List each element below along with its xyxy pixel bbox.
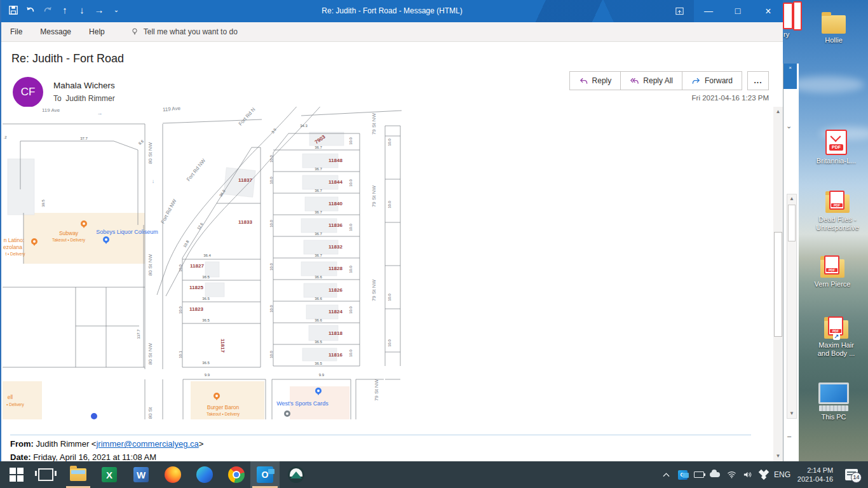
folder-icon bbox=[820, 259, 844, 278]
maximize-button[interactable]: □ bbox=[723, 0, 752, 22]
pdf-icon bbox=[829, 191, 844, 210]
scroll-down-icon[interactable]: ▼ bbox=[787, 409, 796, 418]
tray-outlook-icon[interactable]: O bbox=[675, 461, 690, 488]
email-link[interactable]: jrimmer@commercialyeg.ca bbox=[96, 439, 198, 449]
tray-volume-icon[interactable] bbox=[740, 461, 755, 488]
tray-action-center[interactable]: 14 bbox=[840, 461, 863, 488]
previous-item-icon[interactable]: ↑ bbox=[59, 4, 71, 16]
wifi-icon bbox=[727, 471, 736, 478]
taskbar-word[interactable]: W bbox=[127, 461, 155, 488]
desktop-icon-dead-files[interactable]: Dead Files - Unresponsive bbox=[813, 194, 862, 232]
reply-all-button[interactable]: Reply All bbox=[620, 71, 682, 90]
minimize-button[interactable]: — bbox=[694, 0, 723, 22]
title-bar[interactable]: ↑ ↓ → ⌄ Re: Judith - Fort Road - Message… bbox=[1, 0, 783, 22]
notification-icon: 14 bbox=[845, 469, 858, 480]
splitter-handle[interactable]: – bbox=[787, 432, 791, 440]
tab-file[interactable]: File bbox=[1, 22, 31, 41]
next-item-icon[interactable]: ↓ bbox=[76, 4, 88, 16]
map-image[interactable]: 119 Ave119 Ave→Fort Rd NFort Rd NWFort R… bbox=[3, 107, 402, 419]
folder-icon bbox=[825, 194, 850, 213]
reply-icon bbox=[579, 76, 588, 86]
map-label: 36.7 bbox=[315, 254, 322, 257]
tray-onedrive-icon[interactable] bbox=[707, 461, 722, 488]
more-actions-button[interactable]: ... bbox=[747, 71, 769, 90]
reply-all-icon bbox=[630, 76, 639, 86]
map-label: 37.7 bbox=[80, 137, 88, 140]
desktop-icon-britannia[interactable]: PDF Britannia-L... bbox=[812, 130, 860, 165]
taskbar-chrome[interactable] bbox=[222, 461, 250, 488]
scroll-up-icon[interactable]: ▲ bbox=[773, 107, 783, 117]
tray-dropbox-icon[interactable] bbox=[756, 461, 771, 488]
map-poi-pin bbox=[284, 410, 290, 417]
tray-clock[interactable]: 2:14 PM 2021-04-16 bbox=[793, 461, 837, 488]
avatar[interactable]: CF bbox=[13, 77, 43, 107]
map-label: Burger Baron bbox=[207, 405, 240, 410]
map-label: 39.5 bbox=[41, 200, 45, 207]
taskbar-edge[interactable] bbox=[191, 461, 219, 488]
ribbon-display-options-button[interactable] bbox=[665, 0, 694, 22]
tray-wifi-icon[interactable] bbox=[724, 461, 739, 488]
map-label: • Delivery bbox=[6, 403, 24, 407]
map-label: 36.7 bbox=[315, 146, 322, 149]
tray-battery-icon[interactable] bbox=[691, 461, 707, 488]
undo-icon[interactable] bbox=[25, 4, 36, 16]
customize-qat-icon[interactable]: ⌄ bbox=[111, 4, 122, 16]
tray-language[interactable]: ENG bbox=[771, 461, 793, 488]
map-label: Takeout • Delivery bbox=[52, 238, 85, 243]
forward-button[interactable]: Forward bbox=[682, 71, 742, 90]
scroll-thumb[interactable] bbox=[788, 205, 796, 241]
background-window-edge[interactable]: × ⌄ ▲ ▼ – bbox=[783, 64, 799, 461]
reply-button[interactable]: Reply bbox=[569, 71, 621, 90]
email-subject: Re: Judith - Fort Road bbox=[11, 52, 124, 65]
scroll-thumb[interactable] bbox=[774, 232, 782, 337]
map-label: 10.0 bbox=[349, 224, 353, 231]
taskbar-excel[interactable]: X bbox=[95, 461, 123, 488]
map-label: Sobeys Liquor Coliseum bbox=[96, 229, 158, 235]
forward-icon bbox=[691, 76, 701, 86]
map-label: 10.0 bbox=[269, 220, 273, 227]
map-label: 79 St NW bbox=[372, 186, 377, 207]
map-label: 36.5 bbox=[202, 297, 210, 301]
task-view-button[interactable] bbox=[32, 461, 60, 488]
sender-name[interactable]: Mahala Wichers bbox=[53, 81, 115, 90]
desktop-icon-hollie[interactable]: Hollie bbox=[810, 15, 858, 44]
map-label: 36.5 bbox=[202, 318, 210, 322]
scroll-up-icon[interactable]: ▲ bbox=[787, 194, 796, 203]
taskbar-outlook-active[interactable]: O bbox=[250, 461, 280, 488]
map-label: 80 St bbox=[148, 407, 153, 419]
map-label: 11816 bbox=[329, 353, 342, 358]
map-label: 11825 bbox=[189, 285, 203, 290]
redo-icon bbox=[42, 4, 53, 16]
message-scrollbar[interactable]: ▲ ▼ bbox=[773, 107, 783, 461]
map-label: 10.0 bbox=[269, 351, 273, 358]
desktop-icon-vern-pierce[interactable]: Vern Pierce bbox=[808, 259, 857, 288]
taskbar-file-explorer[interactable] bbox=[64, 461, 92, 488]
forward-icon[interactable]: → bbox=[93, 4, 105, 16]
desktop-icon-label: Unresponsive bbox=[813, 224, 862, 232]
save-icon[interactable] bbox=[8, 4, 19, 16]
desktop-icon-maxim[interactable]: ↗ Maxim Hair and Body ... bbox=[812, 320, 860, 358]
word-icon: W bbox=[133, 467, 149, 482]
background-window-titlebar: × bbox=[783, 64, 797, 89]
scroll-down-icon[interactable]: ▼ bbox=[773, 451, 783, 461]
map-label: 79 St NW bbox=[372, 113, 377, 135]
tab-help[interactable]: Help bbox=[80, 22, 114, 41]
chevron-down-icon[interactable]: ⌄ bbox=[786, 122, 792, 130]
background-scrollbar[interactable]: ▲ ▼ bbox=[787, 194, 797, 419]
tray-show-hidden-icons[interactable] bbox=[658, 461, 674, 488]
map-poi-pin bbox=[214, 393, 220, 399]
desktop-icon-label: Maxim Hair bbox=[812, 341, 860, 349]
taskbar-firefox[interactable] bbox=[159, 461, 187, 488]
taskbar-mountain-app[interactable] bbox=[282, 461, 310, 488]
recipient-name[interactable]: Judith Rimmer bbox=[65, 94, 114, 103]
tell-me-box[interactable]: Tell me what you want to do bbox=[130, 27, 238, 37]
map-label: 11827 bbox=[190, 264, 204, 269]
desktop-icon-this-pc[interactable]: This PC bbox=[810, 383, 858, 421]
map-poi-pin bbox=[81, 220, 87, 227]
map-label: 11840 bbox=[329, 201, 342, 207]
close-button[interactable]: × bbox=[754, 0, 783, 22]
ribbon-tabs: File Message Help Tell me what you want … bbox=[1, 22, 783, 42]
tab-message[interactable]: Message bbox=[31, 22, 80, 41]
start-button[interactable] bbox=[3, 461, 31, 488]
excel-icon: X bbox=[102, 467, 117, 482]
